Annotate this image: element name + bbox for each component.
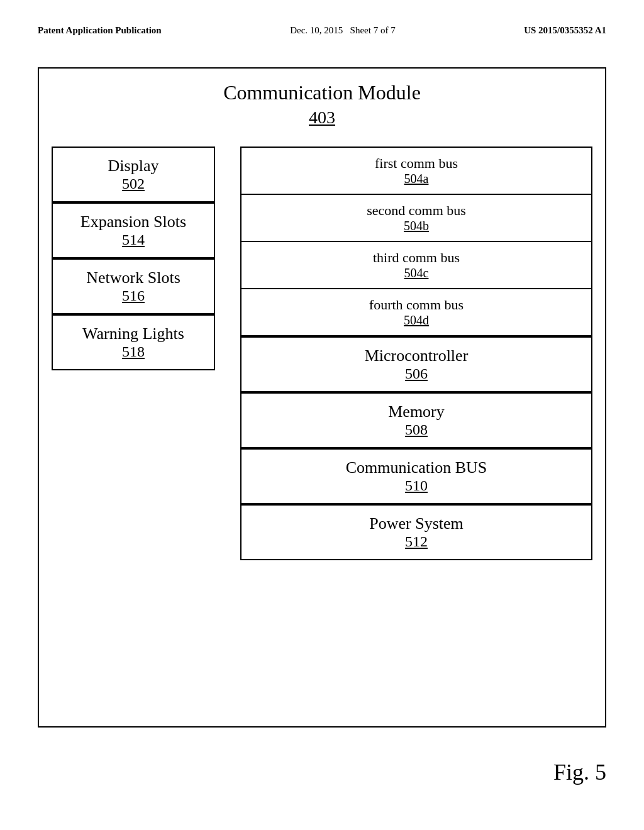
warning-lights-number: 518 — [64, 343, 203, 360]
header-right: US 2015/0355352 A1 — [524, 25, 606, 36]
fourth-comm-bus-label: fourth comm bus — [253, 297, 580, 313]
diagram-container: Communication Module 403 Display 502 Exp… — [38, 67, 606, 728]
second-comm-bus-number: 504b — [253, 219, 580, 233]
second-comm-bus-box: second comm bus 504b — [242, 195, 591, 242]
communication-bus-box: Communication BUS 510 — [240, 448, 592, 504]
communication-bus-label: Communication BUS — [253, 458, 580, 477]
power-system-label: Power System — [253, 514, 580, 533]
display-label: Display — [64, 157, 203, 175]
left-column: Display 502 Expansion Slots 514 Network … — [52, 147, 215, 370]
microcontroller-box: Microcontroller 506 — [240, 336, 592, 392]
first-comm-bus-box: first comm bus 504a — [242, 148, 591, 195]
first-comm-bus-label: first comm bus — [253, 155, 580, 172]
header-left: Patent Application Publication — [38, 25, 162, 36]
third-comm-bus-box: third comm bus 504c — [242, 242, 591, 289]
network-slots-label: Network Slots — [64, 268, 203, 287]
microcontroller-label: Microcontroller — [253, 346, 580, 365]
columns-wrapper: Display 502 Expansion Slots 514 Network … — [52, 147, 592, 560]
power-system-box: Power System 512 — [240, 504, 592, 560]
third-comm-bus-label: third comm bus — [253, 250, 580, 266]
memory-box: Memory 508 — [240, 392, 592, 448]
warning-lights-box: Warning Lights 518 — [52, 314, 215, 370]
microcontroller-number: 506 — [253, 365, 580, 382]
fourth-comm-bus-number: 504d — [253, 313, 580, 328]
module-title: Communication Module — [52, 81, 592, 104]
memory-label: Memory — [253, 402, 580, 421]
communication-bus-number: 510 — [253, 477, 580, 494]
page-header: Patent Application Publication Dec. 10, … — [0, 0, 644, 48]
network-slots-box: Network Slots 516 — [52, 258, 215, 314]
module-number: 403 — [52, 108, 592, 128]
warning-lights-label: Warning Lights — [64, 324, 203, 343]
third-comm-bus-number: 504c — [253, 266, 580, 280]
first-comm-bus-number: 504a — [253, 172, 580, 186]
comm-buses-group: first comm bus 504a second comm bus 504b… — [240, 147, 592, 336]
figure-label: Fig. 5 — [0, 746, 644, 798]
power-system-number: 512 — [253, 533, 580, 550]
expansion-slots-label: Expansion Slots — [64, 213, 203, 231]
network-slots-number: 516 — [64, 287, 203, 304]
second-comm-bus-label: second comm bus — [253, 202, 580, 219]
fourth-comm-bus-box: fourth comm bus 504d — [242, 289, 591, 335]
right-column: first comm bus 504a second comm bus 504b… — [240, 147, 592, 560]
expansion-slots-box: Expansion Slots 514 — [52, 202, 215, 258]
display-number: 502 — [64, 175, 203, 192]
memory-number: 508 — [253, 421, 580, 438]
expansion-slots-number: 514 — [64, 231, 203, 248]
display-box: Display 502 — [52, 147, 215, 202]
header-center: Dec. 10, 2015 Sheet 7 of 7 — [290, 25, 395, 36]
